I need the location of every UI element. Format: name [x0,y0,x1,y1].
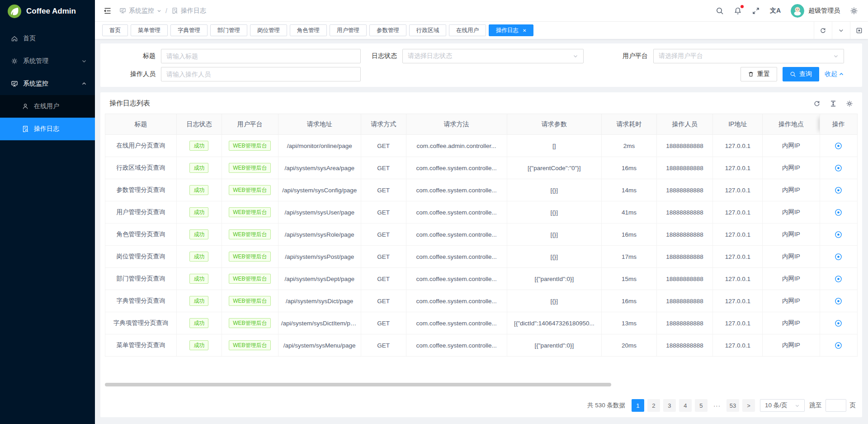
cell-ip-address: 127.0.0.1 [713,268,763,290]
page-button-1[interactable]: 1 [632,399,644,412]
tab-操作日志[interactable]: 操作日志✕ [489,24,533,36]
operator-input[interactable] [161,67,361,81]
table-row: 岗位管理分页查询成功WEB管理后台/api/system/sysPost/pag… [105,246,858,268]
translate-icon[interactable]: 文A [770,7,781,15]
cell-title: 行政区域分页查询 [105,157,177,179]
cell-request-url: /api/monitor/online/page [278,135,361,157]
tab-菜单管理[interactable]: 菜单管理 [131,24,168,36]
collapse-filters-link[interactable]: 收起 [825,70,844,78]
column-settings-gear-icon[interactable] [846,100,853,107]
cell-actions [820,290,857,312]
logo[interactable]: Coffee Admin [0,0,95,23]
user-platform-tag: WEB管理后台 [222,157,278,179]
cell-location: 内网IP [763,224,820,246]
page-size-value: 10 条/页 [765,401,788,410]
search-icon[interactable] [716,7,724,15]
view-detail-eye-icon[interactable] [835,275,842,283]
search-label: 查询 [799,70,812,78]
view-detail-eye-icon[interactable] [835,186,842,194]
cell-request-method: com.coffee.system.controlle... [406,246,507,268]
main-area: 系统监控 / 操作日志 文A [95,0,868,424]
view-detail-eye-icon[interactable] [835,319,842,327]
tab-部门管理[interactable]: 部门管理 [210,24,247,36]
view-detail-eye-icon[interactable] [835,164,842,172]
log-status-select[interactable]: 请选择日志状态 [402,49,584,63]
search-button[interactable]: 查询 [783,67,819,81]
select-placeholder: 请选择用户平台 [659,52,703,60]
cell-location: 内网IP [763,179,820,201]
cell-request-type: GET [361,201,406,224]
jump-page-input[interactable] [826,399,846,412]
tabs-dropdown-chevron-icon[interactable] [832,22,850,39]
log-status-tag: 成功 [177,135,222,157]
cell-operator: 18888888888 [656,135,713,157]
view-detail-eye-icon[interactable] [835,342,842,349]
refresh-icon[interactable] [814,22,832,39]
tab-字典管理[interactable]: 字典管理 [170,24,208,36]
tab-行政区域[interactable]: 行政区域 [409,24,446,36]
user-platform-select[interactable]: 请选择用户平台 [653,49,844,63]
column-header-请求方式: 请求方式 [361,114,406,135]
cell-request-url: /api/system/sysDict/page [278,290,361,312]
sidebar-item-system-management[interactable]: 系统管理 [0,50,95,72]
cell-request-url: /api/system/sysPost/page [278,246,361,268]
cell-operator: 18888888888 [656,334,713,357]
tab-首页[interactable]: 首页 [102,24,128,36]
sidebar-item-online-users[interactable]: 在线用户 [0,95,95,118]
user-icon [22,103,29,110]
cell-request-type: GET [361,157,406,179]
cell-request-type: GET [361,246,406,268]
reset-button[interactable]: 重置 [741,67,777,81]
view-detail-eye-icon[interactable] [835,231,842,238]
user-menu[interactable]: 超级管理员 [791,4,840,18]
view-detail-eye-icon[interactable] [835,142,842,150]
tab-角色管理[interactable]: 角色管理 [290,24,327,36]
page-button-5[interactable]: 5 [695,399,708,412]
tab-在线用户[interactable]: 在线用户 [449,24,486,36]
refresh-icon[interactable] [813,100,821,107]
sidebar-item-operation-log[interactable]: 操作日志 [0,118,95,140]
page-button-3[interactable]: 3 [663,399,676,412]
page-button-2[interactable]: 2 [647,399,660,412]
page-size-select[interactable]: 10 条/页 [760,399,805,412]
view-detail-eye-icon[interactable] [835,209,842,216]
horizontal-scrollbar-thumb[interactable] [105,383,611,386]
filter-actions: 重置 查询 收起 [361,67,855,82]
page-button-4[interactable]: 4 [679,399,692,412]
user-platform-tag: WEB管理后台 [222,268,278,290]
file-search-icon [22,125,29,133]
log-status-tag: 成功 [177,157,222,179]
notification-bell-icon[interactable] [734,7,742,15]
log-status-tag: 成功 [177,179,222,201]
chevron-down-icon [157,9,161,13]
breadcrumb-item-system-monitor[interactable]: 系统监控 [119,7,161,15]
tab-岗位管理[interactable]: 岗位管理 [250,24,287,36]
sidebar-item-system-monitor[interactable]: 系统监控 [0,72,95,95]
cell-request-duration: 14ms [602,179,656,201]
title-input[interactable] [161,49,361,63]
table-row: 字典项管理分页查询成功WEB管理后台/api/system/sysDictIte… [105,312,858,334]
tab-参数管理[interactable]: 参数管理 [369,24,406,36]
maximize-content-icon[interactable] [850,22,868,39]
log-status-tag: 成功 [189,340,208,350]
settings-gear-icon[interactable] [850,7,858,15]
sidebar-item-home[interactable]: 首页 [0,27,95,50]
cell-operator: 18888888888 [656,246,713,268]
view-detail-eye-icon[interactable] [835,297,842,305]
column-header-用户平台: 用户平台 [222,114,278,135]
cell-request-params: [{}] [507,246,602,268]
log-status-tag: 成功 [177,268,222,290]
log-status-tag: 成功 [189,229,208,239]
tab-用户管理[interactable]: 用户管理 [330,24,367,36]
view-detail-eye-icon[interactable] [835,253,842,261]
cell-request-method: com.coffee.system.controlle... [406,201,507,224]
cell-request-params: [{"dictId":140647326180950... [507,312,602,334]
tab-label: 角色管理 [297,27,320,34]
sidebar-fold-icon[interactable] [103,6,112,15]
tab-close-icon[interactable]: ✕ [523,28,526,33]
next-page-button[interactable]: > [742,399,755,412]
page-button-53[interactable]: 53 [726,399,739,412]
cell-request-duration: 15ms [602,268,656,290]
row-height-icon[interactable] [830,100,837,107]
fullscreen-icon[interactable] [752,7,760,15]
